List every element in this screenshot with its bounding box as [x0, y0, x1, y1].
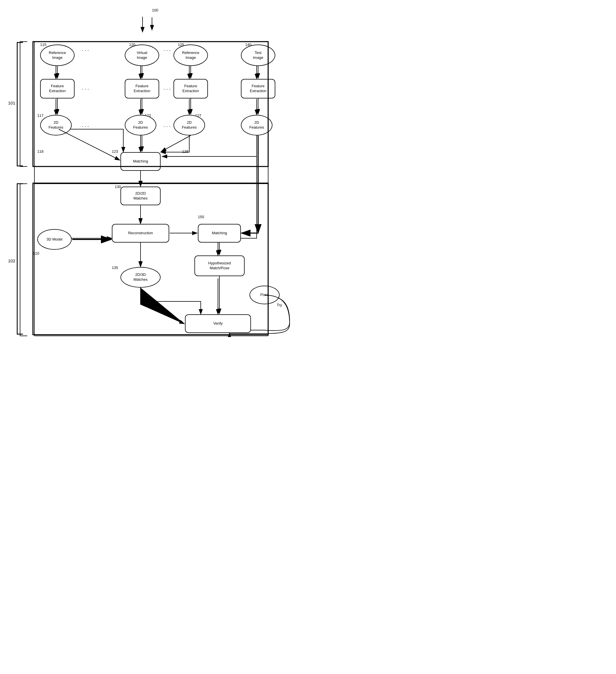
verify-label: Verify — [213, 321, 223, 326]
matching-bottom-label: Matching — [212, 231, 227, 236]
verify-node: Verify — [185, 314, 251, 333]
label-101: 101 — [8, 101, 15, 105]
feat-2d-4-node: 2DFeatures — [241, 115, 273, 135]
hyp-match-label: HypothesizedMatch/Pose — [208, 261, 231, 271]
feat-ext-3-node: FeatureExtraction — [173, 79, 208, 99]
id-130: 130 — [115, 185, 121, 189]
id-135: 135 — [112, 265, 118, 270]
feat-2d-2-node: 2DFeatures — [125, 115, 156, 135]
feat-2d-4-label: 2DFeatures — [249, 120, 264, 130]
matches-2d3d-node: 2D/3DMatches — [121, 267, 161, 288]
matches-2d3d-label: 2D/3DMatches — [133, 272, 147, 282]
ref-image-2-label: ReferenceImage — [182, 50, 199, 60]
matching-bottom-node: Matching — [198, 224, 241, 243]
id-150: 150 — [198, 215, 204, 219]
try-label: Try — [277, 303, 282, 307]
virtual-image-node: VirtualImage — [125, 44, 159, 66]
id-123: 123 — [112, 149, 118, 153]
dots-6: · · · — [163, 123, 171, 129]
label-100: 100 — [152, 8, 158, 12]
id-128: 128 — [182, 149, 188, 153]
feat-ext-2-label: FeatureExtraction — [134, 84, 150, 94]
model-3d-node: 3D Model — [37, 229, 72, 250]
model-3d-label: 3D Model — [46, 237, 62, 242]
ref-image-1-node: ReferenceImage — [40, 44, 74, 66]
feat-ext-2-node: FeatureExtraction — [125, 79, 159, 99]
feat-ext-4-label: FeatureExtraction — [250, 84, 267, 94]
label-102: 102 — [8, 258, 15, 263]
feat-ext-4-node: FeatureExtraction — [241, 79, 275, 99]
matches-2d2d-node: 2D/2DMatches — [121, 187, 161, 205]
feat-ext-3-label: FeatureExtraction — [182, 84, 199, 94]
feat-ext-1-node: FeatureExtraction — [40, 79, 74, 99]
dots-2: · · · — [163, 47, 171, 53]
pose-label: Pose — [260, 293, 269, 298]
id-117: 117 — [37, 113, 43, 118]
ref-image-1-label: ReferenceImage — [49, 50, 66, 60]
reconstruction-node: Reconstruction — [112, 224, 169, 243]
hyp-match-node: HypothesizedMatch/Pose — [194, 255, 245, 276]
feat-2d-1-node: 2DFeatures — [40, 115, 72, 135]
dots-5: · · · — [82, 123, 89, 129]
id-115: 115 — [40, 42, 46, 47]
test-image-label: TestImage — [253, 50, 263, 60]
ref-image-2-node: ReferenceImage — [173, 44, 208, 66]
matching-top-node: Matching — [121, 152, 161, 171]
dots-3: · · · — [82, 86, 89, 92]
dots-1: · · · — [82, 47, 89, 53]
feat-2d-3-node: 2DFeatures — [173, 115, 205, 135]
matches-2d2d-label: 2D/2DMatches — [133, 191, 147, 201]
id-118: 118 — [37, 149, 43, 153]
feat-2d-3-label: 2DFeatures — [182, 120, 196, 130]
feat-2d-1-label: 2DFeatures — [48, 120, 63, 130]
reconstruction-label: Reconstruction — [128, 231, 153, 236]
virtual-image-label: VirtualImage — [137, 50, 147, 60]
test-image-node: TestImage — [241, 44, 275, 66]
pose-node: Pose — [250, 286, 280, 304]
matching-top-label: Matching — [133, 159, 148, 164]
feat-2d-2-label: 2DFeatures — [133, 120, 148, 130]
id-110: 110 — [33, 251, 39, 255]
dots-4: · · · — [163, 86, 171, 92]
flowchart-diagram: 100 101 102 · · · · · · · · · · · · · · … — [0, 0, 308, 337]
feat-ext-1-label: FeatureExtraction — [49, 84, 66, 94]
